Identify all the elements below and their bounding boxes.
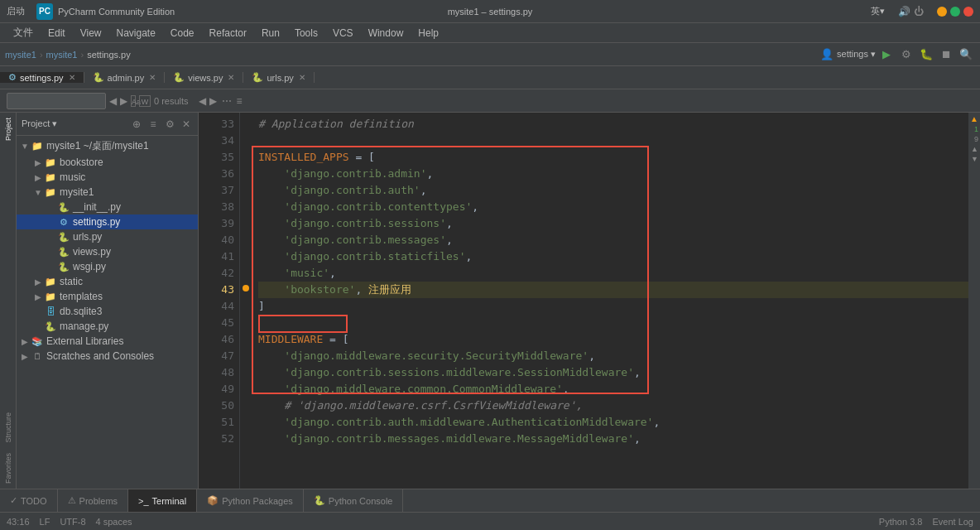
menu-refactor[interactable]: Refactor — [203, 26, 253, 41]
code-content[interactable]: # Application definition INSTALLED_APPS … — [252, 113, 968, 489]
tab-views-py[interactable]: 🐍 views.py ✕ — [165, 72, 243, 83]
breadcrumb-sep1: › — [40, 50, 43, 60]
status-line-ending[interactable]: LF — [40, 517, 50, 527]
vtab-project[interactable]: Project — [2, 113, 14, 146]
tree-settings-py[interactable]: ⚙ settings.py — [17, 214, 198, 229]
status-indent[interactable]: 4 spaces — [96, 517, 132, 527]
menu-view[interactable]: View — [74, 26, 108, 41]
tree-db-sqlite3[interactable]: 🗄 db.sqlite3 — [17, 304, 198, 319]
tab-settings-label: settings.py — [20, 73, 64, 83]
stop-icon[interactable]: ⏹ — [937, 46, 955, 64]
tree-init-py[interactable]: 🐍 __init__.py — [17, 200, 198, 214]
tab-admin-py[interactable]: 🐍 admin.py ✕ — [84, 72, 166, 83]
code-editor[interactable]: 33 34 35 36 37 38 39 40 41 42 43 44 45 4… — [199, 113, 980, 489]
tab-views-close[interactable]: ✕ — [228, 73, 234, 82]
menu-window[interactable]: Window — [362, 26, 411, 41]
tree-scratches[interactable]: ▶ 🗒 Scratches and Consoles — [17, 349, 198, 364]
tree-external-libs[interactable]: ▶ 📚 External Libraries — [17, 334, 198, 349]
tab-admin-close[interactable]: ✕ — [149, 73, 156, 82]
code-line-48: 'django.contrib.sessions.middleware.Sess… — [258, 364, 968, 381]
menu-tools[interactable]: Tools — [288, 26, 324, 41]
find-filter-icon[interactable]: ≡ — [237, 95, 243, 107]
tree-urls-py[interactable]: 🐍 urls.py — [17, 229, 198, 244]
vtab-structure[interactable]: Structure — [2, 407, 14, 448]
code-line-49: 'django.middleware.common.CommonMiddlewa… — [258, 381, 968, 398]
tab-views-icon: 🐍 — [173, 72, 185, 83]
bottom-tab-console[interactable]: 🐍 Python Console — [304, 489, 404, 512]
menu-navigate[interactable]: Navigate — [109, 26, 161, 41]
tree-static[interactable]: ▶ 📁 static — [17, 274, 198, 289]
menu-bar: 文件 Edit View Navigate Code Refactor Run … — [0, 23, 980, 43]
editor-area: 33 34 35 36 37 38 39 40 41 42 43 44 45 4… — [199, 113, 980, 489]
packages-icon: 📦 — [207, 495, 219, 506]
status-language[interactable]: Python 3.8 — [879, 517, 923, 527]
bottom-tab-todo[interactable]: ✓ TODO — [0, 489, 58, 512]
tree-scratches-label: Scratches and Consoles — [46, 350, 154, 362]
tree-root[interactable]: ▼ 📁 mysite1 ~/桌面/mysite1 — [17, 137, 198, 155]
search-icon[interactable]: 🔍 — [957, 46, 975, 64]
breadcrumb-root[interactable]: mysite1 — [5, 50, 36, 60]
tab-urls-close[interactable]: ✕ — [299, 73, 305, 82]
code-line-45 — [258, 315, 968, 331]
code-line-35: INSTALLED_APPS = [ — [258, 149, 968, 166]
tree-templates[interactable]: ▶ 📁 templates — [17, 289, 198, 304]
menu-run[interactable]: Run — [255, 26, 286, 41]
tab-settings-py[interactable]: ⚙ settings.py ✕ — [0, 72, 84, 83]
find-prev-icon[interactable]: ▶ — [120, 95, 127, 107]
tree-manage-py[interactable]: 🐍 manage.py — [17, 319, 198, 334]
breadcrumb-file[interactable]: settings.py — [87, 50, 131, 60]
tree-wsgi-py[interactable]: 🐍 wsgi.py — [17, 259, 198, 274]
debug-icon[interactable]: 🐛 — [917, 46, 935, 64]
build-icon[interactable]: ⚙ — [897, 46, 915, 64]
profile-dropdown[interactable]: 👤 settings ▾ — [820, 48, 876, 60]
code-line-44: ] — [258, 298, 968, 315]
menu-file[interactable]: 文件 — [7, 24, 40, 41]
vtab-favorites[interactable]: Favorites — [2, 448, 14, 489]
close-button[interactable] — [963, 7, 973, 17]
console-label: Python Console — [329, 496, 393, 506]
minimize-button[interactable] — [937, 7, 947, 17]
tab-views-label: views.py — [188, 73, 223, 83]
code-line-50: # 'django.middleware.csrf.CsrfViewMiddle… — [258, 398, 968, 414]
editor-tabs: ⚙ settings.py ✕ 🐍 admin.py ✕ 🐍 views.py … — [0, 72, 980, 83]
find-nav-next[interactable]: ▶ — [209, 95, 217, 107]
find-options-icon[interactable]: ⋯ — [222, 95, 232, 107]
run-button[interactable]: ▶ — [877, 46, 896, 64]
menu-edit[interactable]: Edit — [41, 26, 72, 41]
find-nav-prev[interactable]: ◀ — [199, 95, 206, 107]
bottom-tab-terminal[interactable]: >_ Terminal — [128, 489, 197, 512]
find-next-icon[interactable]: ◀ — [109, 95, 117, 107]
breadcrumb-mysite1[interactable]: mysite1 — [46, 50, 78, 60]
locate-icon[interactable]: ⊕ — [130, 118, 143, 131]
title-bar-left: 启动 PC PyCharm Community Edition — [7, 3, 175, 20]
bookmark-gutter — [240, 113, 252, 489]
panel-close-icon[interactable]: ✕ — [180, 118, 193, 131]
find-case-icon[interactable]: Aa — [131, 95, 136, 107]
tree-views-py[interactable]: 🐍 views.py — [17, 244, 198, 259]
tree-mysite1-folder[interactable]: ▼ 📁 mysite1 — [17, 185, 198, 200]
collapse-icon[interactable]: ≡ — [147, 118, 160, 131]
maximize-button[interactable] — [950, 7, 960, 17]
window-controls[interactable] — [937, 7, 973, 17]
bottom-tab-problems[interactable]: ⚠ Problems — [58, 489, 128, 512]
packages-label: Python Packages — [222, 496, 293, 506]
status-event-log[interactable]: Event Log — [932, 517, 973, 527]
tab-admin-icon: 🐍 — [93, 72, 104, 83]
find-word-icon[interactable]: W — [139, 95, 151, 107]
menu-help[interactable]: Help — [411, 26, 445, 41]
status-position[interactable]: 43:16 — [7, 517, 30, 527]
menu-vcs[interactable]: VCS — [326, 26, 360, 41]
code-line-42: 'music', — [258, 265, 968, 282]
tree-music[interactable]: ▶ 📁 music — [17, 170, 198, 185]
tab-admin-label: admin.py — [108, 73, 145, 83]
terminal-label: Terminal — [152, 496, 187, 506]
panel-settings-icon[interactable]: ⚙ — [163, 118, 176, 131]
bottom-tab-packages[interactable]: 📦 Python Packages — [197, 489, 304, 512]
status-encoding[interactable]: UTF-8 — [60, 517, 85, 527]
tree-bookstore[interactable]: ▶ 📁 bookstore — [17, 155, 198, 170]
find-input[interactable] — [7, 93, 106, 109]
tab-urls-py[interactable]: 🐍 urls.py ✕ — [243, 72, 314, 83]
tab-settings-close[interactable]: ✕ — [69, 73, 75, 82]
menu-code[interactable]: Code — [164, 26, 201, 41]
gutter-left — [199, 113, 210, 489]
